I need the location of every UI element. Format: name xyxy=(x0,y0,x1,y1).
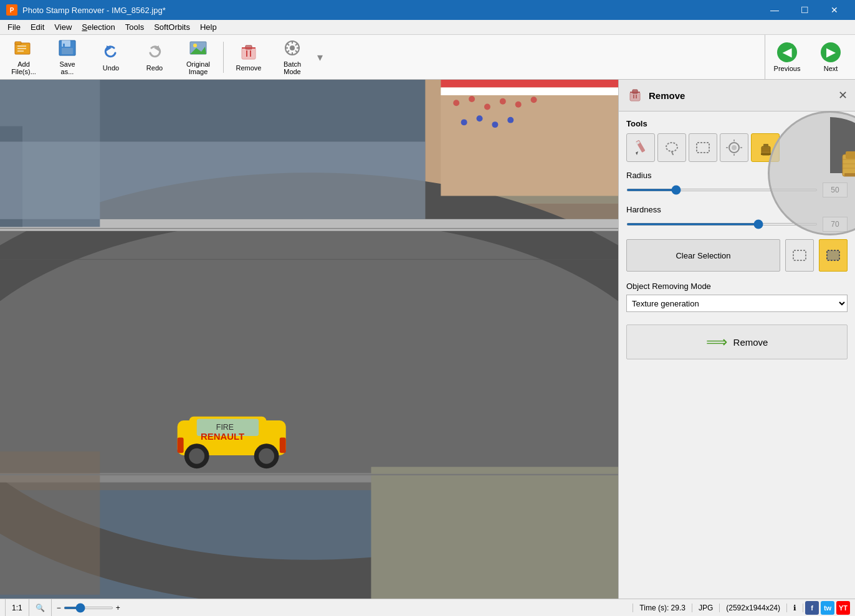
minimize-button[interactable]: — xyxy=(760,0,789,20)
save-as-label: Saveas... xyxy=(59,60,75,75)
toolbox-title: Remove xyxy=(626,85,685,106)
remove-button[interactable]: Remove xyxy=(227,37,270,77)
maximize-button[interactable]: ☐ xyxy=(790,0,819,20)
sel-stamp-button[interactable] xyxy=(819,239,848,272)
menu-softorbits[interactable]: SoftOrbits xyxy=(149,21,195,33)
svg-point-69 xyxy=(477,115,483,121)
menu-edit[interactable]: Edit xyxy=(26,21,49,33)
svg-rect-87 xyxy=(697,143,709,153)
toolbox-title-text: Remove xyxy=(649,90,685,101)
menubar: File Edit View Selection Tools SoftOrbit… xyxy=(0,20,855,35)
dropdown-arrow[interactable]: ▾ xyxy=(315,48,325,67)
svg-point-63 xyxy=(469,96,475,102)
svg-point-20 xyxy=(290,45,295,50)
remove-button-container: ⟹ Remove xyxy=(626,325,848,359)
svg-rect-74 xyxy=(844,173,855,176)
svg-line-25 xyxy=(287,44,289,45)
marquee-tool-button[interactable] xyxy=(689,133,717,162)
batch-mode-icon xyxy=(283,39,302,59)
original-image-icon xyxy=(189,39,208,59)
undo-icon xyxy=(102,43,120,63)
add-files-icon xyxy=(14,39,34,59)
format-seg: JPG xyxy=(692,604,720,612)
zoom-minus-button[interactable]: − xyxy=(57,604,61,612)
svg-point-67 xyxy=(531,97,537,103)
svg-rect-61 xyxy=(441,87,618,95)
facebook-icon[interactable]: f xyxy=(805,601,819,615)
zoom-slider[interactable] xyxy=(64,607,113,609)
remove-action-label: Remove xyxy=(733,337,768,348)
svg-rect-95 xyxy=(763,144,768,148)
original-image-button[interactable]: OriginalImage xyxy=(177,37,219,77)
undo-label: Undo xyxy=(103,64,119,72)
toolbar-separator-1 xyxy=(223,42,224,73)
svg-point-62 xyxy=(453,100,459,106)
titlebar-controls: — ☐ ✕ xyxy=(760,0,849,20)
svg-rect-2 xyxy=(17,45,26,47)
info-seg[interactable]: ℹ xyxy=(787,604,803,612)
clear-selection-button[interactable]: Clear Selection xyxy=(626,239,780,272)
svg-point-86 xyxy=(666,143,677,151)
menu-tools[interactable]: Tools xyxy=(120,21,149,33)
redo-button[interactable]: Redo xyxy=(133,37,176,77)
svg-rect-58 xyxy=(0,141,425,219)
next-icon: ▶ xyxy=(821,42,841,62)
svg-rect-46 xyxy=(178,437,184,453)
previous-label: Previous xyxy=(774,65,801,72)
svg-point-70 xyxy=(492,121,498,128)
toolbox-icon xyxy=(626,85,644,106)
hardness-slider[interactable] xyxy=(626,223,818,225)
time-seg: Time (s): 29.3 xyxy=(633,604,692,612)
svg-line-27 xyxy=(295,44,297,45)
previous-button[interactable]: ◀ Previous xyxy=(765,35,809,80)
close-button[interactable]: ✕ xyxy=(820,0,849,20)
titlebar-title: Photo Stamp Remover - IMG_8562.jpg* xyxy=(22,6,166,15)
svg-rect-79 xyxy=(633,90,638,93)
youtube-icon[interactable]: YT xyxy=(836,601,850,615)
svg-rect-73 xyxy=(846,151,855,159)
object-removing-mode-select[interactable]: Texture generation Object removal Smart … xyxy=(626,295,848,312)
svg-point-89 xyxy=(732,145,737,150)
svg-line-28 xyxy=(287,50,289,52)
dimensions-seg: (2592x1944x24) xyxy=(720,604,787,612)
redo-icon xyxy=(145,43,164,63)
twitter-icon[interactable]: tw xyxy=(821,601,834,615)
svg-rect-96 xyxy=(761,153,771,155)
zoom-plus-button[interactable]: + xyxy=(116,604,120,612)
time-label: Time (s): xyxy=(639,604,669,612)
save-icon xyxy=(58,39,77,59)
time-value: 29.3 xyxy=(671,604,685,612)
format-value: JPG xyxy=(699,604,713,612)
status-end: Time (s): 29.3 JPG (2592x1944x24) ℹ f tw… xyxy=(633,601,850,615)
svg-point-45 xyxy=(259,448,274,464)
svg-rect-60 xyxy=(441,80,618,87)
svg-rect-4 xyxy=(17,50,24,52)
remove-action-button[interactable]: ⟹ Remove xyxy=(626,325,848,359)
svg-point-66 xyxy=(515,102,522,108)
toolbox-close-button[interactable]: ✕ xyxy=(838,88,848,102)
batch-mode-button[interactable]: BatchMode xyxy=(271,37,313,77)
save-as-button[interactable]: Saveas... xyxy=(46,37,88,77)
menu-selection[interactable]: Selection xyxy=(77,21,120,33)
remove-label-toolbar: Remove xyxy=(236,64,262,72)
undo-button[interactable]: Undo xyxy=(90,37,132,77)
svg-rect-55 xyxy=(0,452,100,595)
add-files-label: AddFile(s)... xyxy=(11,60,36,75)
magic-wand-tool-button[interactable] xyxy=(720,133,748,162)
lasso-tool-button[interactable] xyxy=(657,133,686,162)
pencil-tool-button[interactable] xyxy=(626,133,655,162)
remove-arrow-icon: ⟹ xyxy=(706,333,727,351)
menu-help[interactable]: Help xyxy=(195,21,222,33)
sel-rect-button[interactable] xyxy=(785,239,814,272)
titlebar-left: P Photo Stamp Remover - IMG_8562.jpg* xyxy=(6,4,166,16)
dimensions-value: (2592x1944x24) xyxy=(726,604,780,612)
canvas-area[interactable]: RENAULT FIRE TAGHeuer xyxy=(0,80,618,599)
menu-view[interactable]: View xyxy=(49,21,77,33)
menu-file[interactable]: File xyxy=(2,21,26,33)
next-label: Next xyxy=(824,65,838,72)
next-button[interactable]: ▶ Next xyxy=(809,35,853,80)
add-files-button[interactable]: AddFile(s)... xyxy=(2,37,45,77)
svg-rect-8 xyxy=(63,44,65,47)
svg-point-65 xyxy=(500,98,506,105)
svg-point-43 xyxy=(189,448,204,464)
